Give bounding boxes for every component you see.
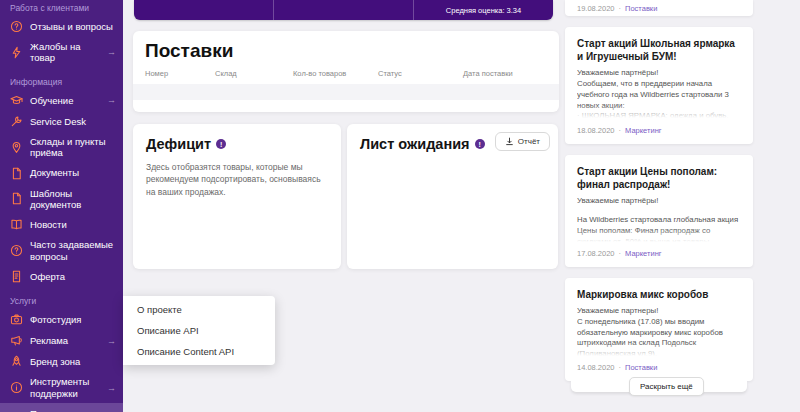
separator-dot: · [619,363,622,372]
sidebar-item-reviews-questions[interactable]: Отзывы и вопросы [0,16,123,37]
news-paragraph: Сообщаем, что в преддверии начала учебно… [577,79,741,111]
question-circle-icon [10,20,23,33]
sidebar-section-services: Услуги [0,287,123,309]
sidebar-item-brand-zone[interactable]: Бренд зона [0,351,123,372]
question-circle-icon [10,244,23,257]
info-circle-icon [10,381,23,394]
news-card-truncated[interactable]: 19.08.2020 · Поставки [565,0,753,16]
sidebar-section-clients: Работа с клиентами [0,0,123,16]
news-paragraph: · ШКОЛЬНАЯ ЯРМАРКА: одежда и обувь. -20%… [577,111,741,118]
news-category-link[interactable]: Поставки [625,4,657,13]
info-badge-icon[interactable]: ! [216,139,226,149]
sidebar-item-photo-studio[interactable]: Фотостудия [0,309,123,330]
news-body: Уважаемые партнёры! На Wildberries старт… [577,196,741,242]
arrow-right-icon: → [107,336,116,346]
column-quantity: Кол-во товаров [293,69,378,78]
news-column: 19.08.2020 · Поставки Старт акций Школьн… [565,0,753,392]
download-icon [505,137,514,146]
news-card[interactable]: Старт акции Цены пополам: финал распрода… [565,155,753,267]
news-footer: 19.08.2020 · Поставки [577,4,657,13]
submenu-item-about-project[interactable]: О проекте [123,299,275,320]
sidebar-item-label: Жалобы на товар [30,41,100,64]
sidebar-item-label: Реклама [30,335,68,346]
sidebar-item-news[interactable]: Новости [0,214,123,235]
news-date: 18.08.2020 [577,126,615,135]
sidebar-item-product-complaints[interactable]: Жалобы на товар → [0,37,123,68]
sidebar-item-label: Обучение [30,95,73,106]
sidebar-item-label: Шаблоны документов [30,188,116,211]
sidebar-item-supplier-warehouse-sales[interactable]: Продажа со склада поставщика → [0,403,123,412]
app-root: Работа с клиентами Отзывы и вопросы Жало… [0,0,800,412]
average-rating-label: Средняя оценка: 3.34 [446,6,521,15]
sidebar-item-label: Инструменты поддержки [30,376,100,399]
sidebar: Работа с клиентами Отзывы и вопросы Жало… [0,0,123,412]
separator-dot: · [619,4,622,13]
waiting-list-card: Лист ожидания ! Отчёт [347,124,558,269]
rocket-icon [10,355,23,368]
map-pin-icon [10,141,23,154]
news-body: Уважаемые партнеры! С понедельника (17.0… [577,306,741,356]
deficit-card: Дефицит ! Здесь отобразятся товары, кото… [133,124,341,269]
sidebar-item-label: Фотостудия [30,314,81,325]
sidebar-item-service-desk[interactable]: Service Desk [0,111,123,132]
sidebar-item-label: Новости [30,219,67,230]
news-paragraph: На Wildberries стартовала глобальная акц… [577,215,741,242]
deficit-description: Здесь отобразятся товары, которые мы рек… [146,161,328,198]
news-card[interactable]: Старт акций Школьная ярмарка и Игрушечны… [565,27,753,144]
table-row [133,84,559,100]
lightning-icon [10,46,23,59]
news-date: 14.08.2020 [577,363,615,372]
rating-banner: Средняя оценка: 3.34 [134,0,553,20]
sidebar-item-label: Склады и пункты приёма [30,136,116,159]
news-paragraph: Уважаемые партнёры! [577,68,741,79]
sidebar-item-faq[interactable]: Часто задаваемые вопросы [0,235,123,266]
sidebar-item-offer[interactable]: Оферта [0,266,123,287]
expand-more-button[interactable]: Раскрыть ещё [629,377,704,396]
news-title: Старт акции Цены пополам: финал распрода… [577,165,741,191]
sidebar-item-documents[interactable]: Документы [0,163,123,184]
news-title: Маркировка микс коробов [577,288,741,301]
news-footer: 18.08.2020 · Маркетинг [577,126,662,135]
news-category-link[interactable]: Маркетинг [625,249,661,258]
arrow-right-icon: → [107,95,116,105]
sidebar-item-label: Бренд зона [30,356,80,367]
book-icon [10,218,23,231]
column-delivery-date: Дата поставки [463,69,513,78]
column-warehouse: Склад [215,69,293,78]
arrow-right-icon: → [107,383,116,393]
sidebar-item-advertising[interactable]: Реклама → [0,330,123,351]
sidebar-item-education[interactable]: Обучение → [0,90,123,111]
sidebar-item-document-templates[interactable]: Шаблоны документов [0,184,123,215]
news-paragraph: Уважаемые партнеры! [577,306,741,317]
report-button[interactable]: Отчёт [495,132,550,151]
supplier-sales-submenu: О проекте Описание API Описание Content … [123,296,275,365]
deficit-title: Дефицит ! [146,136,328,152]
sidebar-item-support-tools[interactable]: Инструменты поддержки → [0,372,123,403]
info-badge-icon[interactable]: ! [475,139,485,149]
supplies-table-header: Номер Склад Кол-во товаров Статус Дата п… [133,69,559,78]
document-icon [10,167,23,180]
separator-dot: · [619,126,622,135]
megaphone-icon [10,334,23,347]
sidebar-item-label: Продажа со склада поставщика [30,408,100,412]
wrench-icon [10,115,23,128]
news-date: 17.08.2020 [577,249,615,258]
supplies-card: Поставки Номер Склад Кол-во товаров Стат… [133,31,559,112]
news-date: 19.08.2020 [577,4,615,13]
document-icon [10,192,23,205]
submenu-item-content-api-description[interactable]: Описание Content API [123,341,275,362]
waiting-list-title-text: Лист ожидания [360,136,470,152]
news-card[interactable]: Маркировка микс коробов Уважаемые партне… [565,278,753,381]
news-title: Старт акций Школьная ярмарка и Игрушечны… [577,37,741,63]
sidebar-item-label: Service Desk [30,116,86,127]
submenu-item-api-description[interactable]: Описание API [123,320,275,341]
arrow-right-icon: → [107,47,116,57]
news-category-link[interactable]: Поставки [625,363,657,372]
sidebar-section-information: Информация [0,68,123,90]
banner-segment [273,0,413,20]
camera-icon [10,313,23,326]
deficit-title-text: Дефицит [146,136,211,152]
sidebar-item-warehouses[interactable]: Склады и пункты приёма [0,132,123,163]
news-category-link[interactable]: Маркетинг [625,126,661,135]
sidebar-item-label: Часто задаваемые вопросы [30,239,116,262]
